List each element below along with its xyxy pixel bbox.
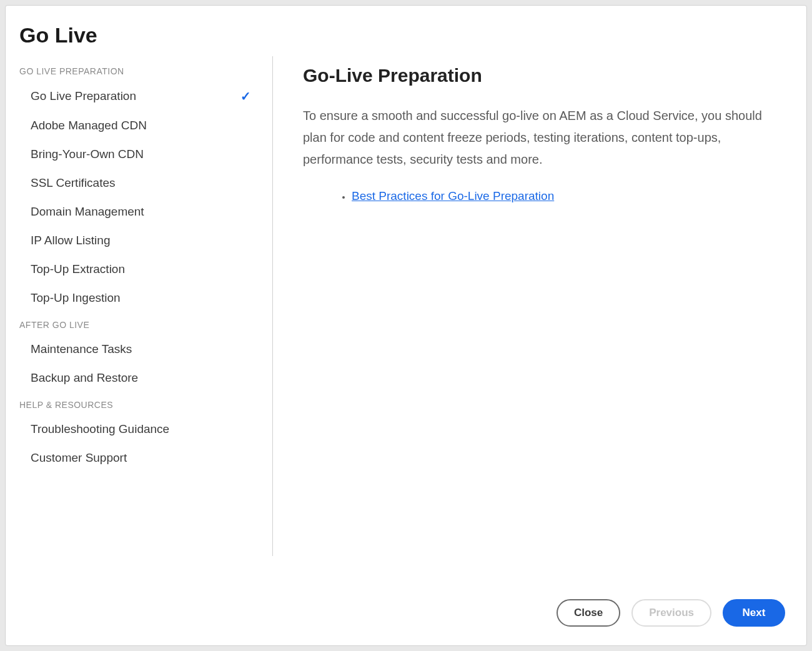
nav-item-go-live-preparation[interactable]: Go Live Preparation ✓ [17, 81, 266, 111]
nav-item-label: Backup and Restore [31, 371, 138, 385]
nav-item-adobe-managed-cdn[interactable]: Adobe Managed CDN [17, 111, 266, 140]
sidebar: GO LIVE PREPARATION Go Live Preparation … [17, 56, 273, 556]
content-title: Go-Live Preparation [303, 65, 783, 86]
next-button[interactable]: Next [723, 599, 785, 627]
close-button[interactable]: Close [557, 599, 620, 627]
dialog-footer: Close Previous Next [17, 593, 789, 630]
section-header-after-go-live: AFTER GO LIVE [19, 320, 266, 330]
nav-item-label: Domain Management [31, 205, 144, 219]
nav-item-label: Customer Support [31, 451, 127, 465]
nav-item-top-up-ingestion[interactable]: Top-Up Ingestion [17, 284, 266, 312]
nav-item-top-up-extraction[interactable]: Top-Up Extraction [17, 255, 266, 284]
nav-item-label: Go Live Preparation [31, 89, 136, 103]
nav-item-label: Troubleshooting Guidance [31, 422, 169, 436]
nav-item-label: Top-Up Ingestion [31, 291, 121, 305]
check-icon: ✓ [240, 89, 251, 104]
nav-item-label: Bring-Your-Own CDN [31, 147, 144, 161]
main-content: Go-Live Preparation To ensure a smooth a… [273, 56, 789, 593]
nav-item-label: Adobe Managed CDN [31, 119, 147, 132]
section-header-help-resources: HELP & RESOURCES [19, 400, 266, 410]
page-title: Go Live [19, 23, 789, 47]
resource-list: Best Practices for Go-Live Preparation [303, 188, 783, 204]
nav-item-domain-management[interactable]: Domain Management [17, 197, 266, 226]
nav-item-label: Maintenance Tasks [31, 342, 132, 356]
nav-item-troubleshooting[interactable]: Troubleshooting Guidance [17, 415, 266, 444]
go-live-dialog: Go Live GO LIVE PREPARATION Go Live Prep… [5, 5, 807, 646]
nav-item-backup-restore[interactable]: Backup and Restore [17, 364, 266, 392]
previous-button: Previous [631, 599, 711, 627]
nav-item-customer-support[interactable]: Customer Support [17, 444, 266, 472]
nav-item-label: IP Allow Listing [31, 234, 110, 247]
nav-item-maintenance-tasks[interactable]: Maintenance Tasks [17, 335, 266, 364]
dialog-body: GO LIVE PREPARATION Go Live Preparation … [17, 56, 789, 593]
content-body: To ensure a smooth and successful go-liv… [303, 105, 783, 171]
nav-item-label: Top-Up Extraction [31, 262, 125, 276]
link-best-practices[interactable]: Best Practices for Go-Live Preparation [352, 189, 554, 202]
nav-item-ssl-certificates[interactable]: SSL Certificates [17, 169, 266, 197]
nav-item-bring-your-own-cdn[interactable]: Bring-Your-Own CDN [17, 140, 266, 169]
list-item: Best Practices for Go-Live Preparation [352, 188, 783, 204]
section-header-preparation: GO LIVE PREPARATION [19, 66, 266, 76]
nav-item-label: SSL Certificates [31, 176, 116, 190]
nav-item-ip-allow-listing[interactable]: IP Allow Listing [17, 226, 266, 255]
